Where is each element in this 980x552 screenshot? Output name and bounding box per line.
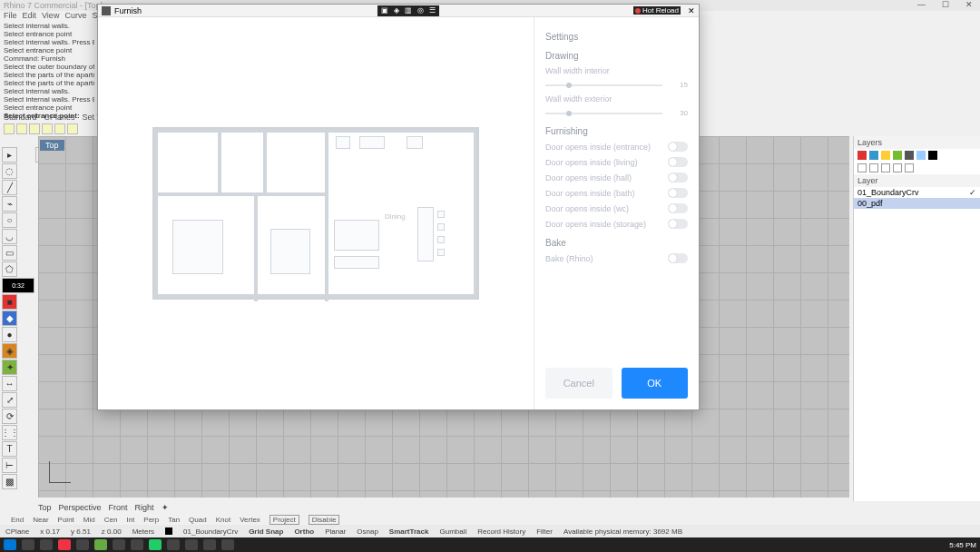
menu-view[interactable]: View bbox=[42, 11, 59, 22]
axes-icon bbox=[49, 461, 71, 483]
wall-interior-slider[interactable] bbox=[545, 84, 662, 86]
arc-icon[interactable]: ◡ bbox=[2, 229, 17, 244]
layer-row[interactable]: 01_BoundaryCrv✓ bbox=[854, 187, 980, 198]
plan-preview: Dining bbox=[98, 17, 534, 409]
tool-icon[interactable]: ▥ bbox=[404, 6, 413, 15]
rect-icon[interactable]: ▭ bbox=[2, 245, 17, 261]
rotate-icon[interactable]: ⟳ bbox=[2, 409, 17, 424]
layer-tool-icon[interactable] bbox=[893, 163, 902, 172]
dialog-titlebar[interactable]: Furnish ▣ ◈ ▥ ◎ ☰ Hot Reload ✕ bbox=[98, 5, 699, 17]
dialog-toolbar: ▣ ◈ ▥ ◎ ☰ bbox=[377, 5, 439, 16]
close-icon[interactable]: ✕ bbox=[688, 6, 695, 15]
layer-tool-icon[interactable] bbox=[881, 163, 890, 172]
layer-row[interactable]: 00_pdf bbox=[854, 198, 980, 209]
layer-tool-icon[interactable] bbox=[905, 163, 914, 172]
start-icon[interactable] bbox=[4, 539, 16, 550]
slider-label: Wall width exterior bbox=[545, 94, 688, 104]
layer-del-icon[interactable] bbox=[869, 151, 878, 160]
layer-new-icon[interactable] bbox=[858, 151, 867, 160]
toggle-switch[interactable] bbox=[668, 219, 688, 229]
status-bar: CPlane x 0.17 y 6.51 z 0.00 Meters 01_Bo… bbox=[0, 525, 980, 537]
layers-panel: Layers Layer 01_BoundaryCrv✓ 00_pdf bbox=[853, 136, 980, 501]
app-icon[interactable] bbox=[113, 539, 125, 550]
explorer-icon[interactable] bbox=[40, 539, 53, 550]
transform-icon[interactable]: ↔ bbox=[2, 376, 17, 391]
render-icon[interactable]: ✦ bbox=[2, 360, 17, 375]
toggle-switch[interactable] bbox=[668, 172, 688, 182]
pointer-icon[interactable]: ▸ bbox=[2, 147, 17, 163]
add-tab-icon[interactable]: ✦ bbox=[162, 503, 169, 512]
text-icon[interactable]: T bbox=[2, 441, 17, 457]
menu-curve[interactable]: Curve bbox=[64, 11, 86, 22]
viewport-tabs: Top Perspective Front Right ✦ bbox=[38, 503, 169, 512]
app-icon[interactable] bbox=[185, 539, 198, 550]
menu-edit[interactable]: Edit bbox=[23, 11, 37, 22]
dialog-icon bbox=[102, 6, 111, 15]
layer-filter-icon[interactable] bbox=[916, 151, 926, 160]
app-icon[interactable] bbox=[131, 539, 143, 550]
array-icon[interactable]: ⋮⋮ bbox=[2, 425, 17, 440]
polyline-icon[interactable]: ⌁ bbox=[2, 196, 17, 212]
circle-icon[interactable]: ○ bbox=[2, 212, 17, 228]
hatch-icon[interactable]: ▩ bbox=[2, 474, 17, 489]
open-icon[interactable] bbox=[16, 123, 27, 134]
toggle-switch[interactable] bbox=[668, 157, 688, 167]
toggle-switch[interactable] bbox=[668, 253, 688, 263]
app-icon[interactable] bbox=[149, 539, 162, 550]
mesh-icon[interactable]: ◈ bbox=[2, 343, 17, 359]
layer-prop-icon[interactable] bbox=[905, 151, 914, 160]
minimize-icon[interactable]: — bbox=[917, 0, 926, 9]
app-icon[interactable] bbox=[167, 539, 180, 550]
wall-exterior-slider[interactable] bbox=[545, 113, 662, 114]
layers-toolbar-2 bbox=[854, 162, 980, 174]
layer-color-icon[interactable] bbox=[928, 151, 937, 160]
cancel-button[interactable]: Cancel bbox=[545, 368, 612, 399]
viewport-title[interactable]: Top bbox=[40, 140, 64, 151]
hot-reload-badge[interactable]: Hot Reload bbox=[633, 6, 681, 15]
dot-icon bbox=[635, 8, 641, 14]
left-toolbox: ▸ ◌ ╱ ⌁ ○ ◡ ▭ ⬠ 0:32 ■ ◆ ● ◈ ✦ ↔ ⤢ ⟳ ⋮⋮ … bbox=[0, 145, 36, 498]
tool-icon[interactable]: ◎ bbox=[416, 6, 425, 15]
maximize-icon[interactable]: ☐ bbox=[942, 0, 949, 9]
tool-icon[interactable]: ▣ bbox=[380, 6, 389, 15]
tool-icon[interactable]: ◈ bbox=[392, 6, 401, 15]
layer-color-swatch[interactable] bbox=[165, 527, 172, 535]
print-icon[interactable] bbox=[42, 123, 53, 134]
record-icon[interactable]: ■ bbox=[2, 294, 17, 310]
app-icon[interactable] bbox=[203, 539, 216, 550]
dim-icon[interactable]: ⊢ bbox=[2, 458, 17, 473]
scale-icon[interactable]: ⤢ bbox=[2, 392, 17, 408]
lasso-icon[interactable]: ◌ bbox=[2, 163, 17, 179]
sphere-icon[interactable]: ● bbox=[2, 327, 17, 342]
save-icon[interactable] bbox=[29, 123, 40, 134]
taskbar: 5:45 PM bbox=[0, 537, 980, 552]
layers-col-header: Layer bbox=[854, 174, 980, 187]
close-icon[interactable]: ✕ bbox=[965, 0, 973, 9]
layer-tool-icon[interactable] bbox=[869, 163, 878, 172]
furnishing-heading: Furnishing bbox=[545, 126, 688, 136]
solid-icon[interactable]: ◆ bbox=[2, 310, 17, 326]
app-icon[interactable] bbox=[76, 539, 89, 550]
app-icon[interactable] bbox=[94, 539, 107, 550]
slider-label: Wall width interior bbox=[545, 66, 688, 75]
toggle-switch[interactable] bbox=[668, 203, 688, 213]
clock[interactable]: 5:45 PM bbox=[949, 541, 976, 549]
toggle-switch[interactable] bbox=[668, 188, 688, 198]
app-icon[interactable] bbox=[58, 539, 71, 550]
app-icon[interactable] bbox=[221, 539, 234, 550]
polygon-icon[interactable]: ⬠ bbox=[2, 261, 17, 277]
new-icon[interactable] bbox=[4, 123, 15, 134]
furnish-dialog: Furnish ▣ ◈ ▥ ◎ ☰ Hot Reload ✕ bbox=[97, 4, 700, 410]
line-icon[interactable]: ╱ bbox=[2, 180, 17, 195]
layer-up-icon[interactable] bbox=[881, 151, 890, 160]
menu-file[interactable]: File bbox=[4, 11, 17, 22]
ok-button[interactable]: OK bbox=[622, 368, 689, 399]
search-icon[interactable] bbox=[22, 539, 34, 550]
dialog-title: Furnish bbox=[114, 6, 142, 15]
toggle-switch[interactable] bbox=[668, 142, 688, 152]
cut-icon[interactable] bbox=[54, 123, 65, 134]
layer-dn-icon[interactable] bbox=[893, 151, 902, 160]
tool-icon[interactable]: ☰ bbox=[427, 6, 436, 15]
layer-tool-icon[interactable] bbox=[858, 163, 867, 172]
copy-icon[interactable] bbox=[67, 123, 78, 134]
